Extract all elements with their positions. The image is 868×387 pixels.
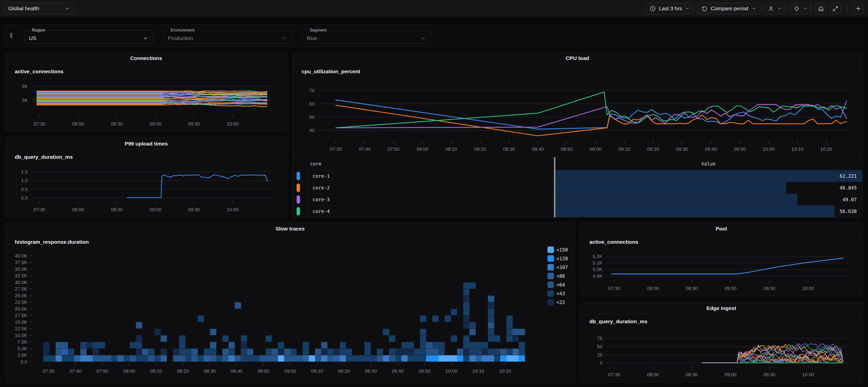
svg-text:50: 50	[597, 344, 602, 349]
svg-text:08:00: 08:00	[72, 207, 84, 212]
series-color-swatch	[297, 207, 300, 215]
svg-text:09:00: 09:00	[724, 286, 737, 291]
table-row[interactable]: core-3 49.07	[292, 194, 862, 206]
svg-text:08:00: 08:00	[123, 368, 135, 374]
svg-text:09:40: 09:40	[705, 147, 717, 152]
environment-value: Production	[168, 35, 193, 41]
region-select[interactable]: Region US	[24, 28, 153, 44]
dashboard-picker-label: Global health	[8, 5, 39, 11]
user-menu-button[interactable]	[764, 3, 786, 14]
add-panel-button[interactable]	[852, 3, 864, 14]
pool-chart[interactable]: 5.2K5.1K5.0K4.9K07:3008:0008:3009:0009:3…	[581, 249, 862, 295]
cpu-load-chart[interactable]: 7060504007:3007:4007:5008:0008:1008:2008…	[292, 79, 862, 157]
svg-text:10:00: 10:00	[763, 147, 775, 152]
table-row[interactable]: core-1 62.221	[292, 170, 862, 182]
legend-item[interactable]: <128	[548, 255, 568, 262]
table-column-divider[interactable]	[554, 157, 555, 217]
series-value: 62.221	[839, 173, 857, 179]
clock-icon	[650, 5, 656, 12]
panel-slow-traces: Slow traces histogram_response.duration …	[5, 222, 575, 383]
legend-item[interactable]: <107	[548, 264, 568, 270]
svg-text:40.0K: 40.0K	[15, 253, 27, 259]
legend-item[interactable]: <150	[548, 246, 568, 253]
diamond-menu-button[interactable]	[789, 3, 812, 14]
table-row[interactable]: core-2 46.845	[292, 182, 862, 194]
expand-button[interactable]	[830, 3, 841, 14]
panel-p99-upload-times: P99 upload times db_query_duration_ms 1.…	[5, 138, 287, 217]
home-button[interactable]	[815, 3, 827, 14]
p99-chart[interactable]: 1.51.00.50.007:3008:0008:3009:0009:3010:…	[6, 164, 287, 216]
svg-text:07:30: 07:30	[33, 207, 45, 212]
legend-item[interactable]: <22	[548, 299, 568, 305]
dashboard-picker-button[interactable]: Global health	[4, 3, 74, 14]
metric-label: active_connections	[15, 68, 63, 75]
svg-text:1.5: 1.5	[21, 169, 28, 175]
svg-text:7.5K: 7.5K	[18, 339, 27, 345]
connections-chart[interactable]: 6K5K07:3008:0008:3009:0009:3010:00	[6, 79, 287, 130]
metric-label: cpu_utilization_percent	[302, 68, 360, 75]
svg-text:09:20: 09:20	[647, 147, 659, 152]
svg-text:35.0K: 35.0K	[15, 267, 27, 272]
series-name: core-2	[308, 182, 555, 194]
svg-text:09:30: 09:30	[365, 368, 377, 374]
svg-text:07:50: 07:50	[388, 147, 400, 152]
legend-swatch	[548, 290, 554, 297]
svg-text:17.5K: 17.5K	[15, 313, 27, 318]
svg-text:07:40: 07:40	[69, 368, 82, 374]
legend-item[interactable]: <64	[548, 281, 568, 288]
svg-text:09:10: 09:10	[311, 368, 323, 374]
svg-text:32.5K: 32.5K	[15, 273, 27, 278]
environment-select: Environment Production	[163, 28, 292, 44]
series-name: core-4	[308, 206, 555, 217]
legend-label: <64	[556, 282, 565, 288]
value-bar	[555, 170, 862, 182]
svg-text:37.5K: 37.5K	[15, 260, 27, 265]
legend-item[interactable]: <86	[548, 273, 568, 279]
series-value: 49.07	[842, 197, 857, 202]
svg-text:5.0K: 5.0K	[593, 267, 602, 272]
drag-handle-icon[interactable]: ‖	[8, 32, 14, 40]
series-value-cell: 56.638	[555, 206, 862, 217]
chevron-down-icon	[777, 6, 782, 11]
svg-text:08:00: 08:00	[72, 121, 84, 126]
svg-text:08:30: 08:30	[111, 207, 123, 212]
series-value: 56.638	[839, 208, 857, 214]
column-header-value[interactable]: Value	[555, 157, 862, 170]
time-range-button[interactable]: Last 3 hrs	[645, 3, 694, 14]
svg-text:5.0K: 5.0K	[18, 346, 27, 351]
series-value: 46.845	[839, 185, 857, 190]
svg-text:5K: 5K	[22, 98, 28, 103]
legend-item[interactable]: <43	[548, 290, 568, 297]
legend-swatch	[548, 255, 554, 262]
svg-text:09:00: 09:00	[284, 368, 296, 374]
svg-text:2.5K: 2.5K	[18, 353, 27, 358]
svg-text:09:50: 09:50	[734, 147, 746, 152]
svg-text:5.1K: 5.1K	[593, 260, 602, 266]
compare-period-button[interactable]: Compare period	[697, 3, 761, 14]
svg-text:5.2K: 5.2K	[593, 254, 602, 259]
svg-text:09:30: 09:30	[763, 286, 775, 291]
svg-text:07:30: 07:30	[33, 121, 45, 126]
edge-ingest-chart[interactable]: 755025007:3008:0008:3009:0009:3010:00	[581, 328, 862, 381]
legend-swatch	[548, 264, 554, 270]
svg-text:08:40: 08:40	[230, 368, 243, 374]
svg-text:22.5K: 22.5K	[15, 299, 27, 305]
panel-title: P99 upload times	[6, 138, 287, 150]
svg-text:09:30: 09:30	[188, 121, 200, 126]
chevron-down-icon	[751, 6, 756, 11]
panel-connections: Connections active_connections 6K5K07:30…	[5, 52, 287, 132]
chevron-down-icon	[65, 6, 70, 11]
column-header-core[interactable]: core	[292, 157, 555, 170]
table-row[interactable]: core-4 56.638	[292, 206, 862, 217]
expand-icon	[832, 5, 839, 12]
toolbar-divider	[846, 4, 847, 13]
series-value-cell: 49.07	[555, 194, 862, 205]
svg-text:09:30: 09:30	[763, 372, 775, 377]
slow-traces-heatmap[interactable]: 40.0K37.5K35.0K32.5K30.0K27.5K25.0K22.5K…	[6, 249, 575, 381]
svg-text:08:00: 08:00	[647, 372, 659, 377]
legend-label: <128	[556, 256, 568, 261]
svg-text:08:30: 08:30	[686, 372, 698, 377]
series-swatch-cell	[292, 194, 308, 205]
series-swatch-cell	[292, 206, 308, 217]
svg-text:08:10: 08:10	[150, 368, 162, 374]
